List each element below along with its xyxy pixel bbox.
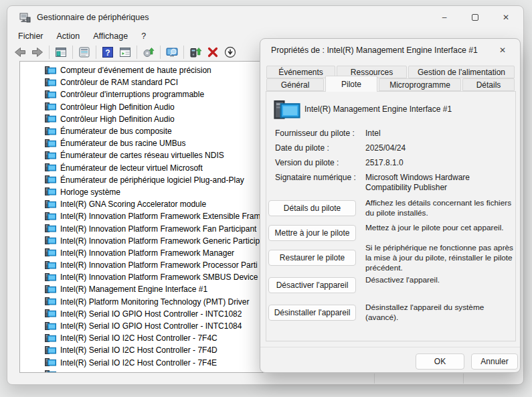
system-device-icon [45, 187, 56, 196]
menu-affichage[interactable]: Affichage [86, 31, 135, 41]
system-device-icon [45, 297, 56, 306]
show-console-tree-icon[interactable] [52, 44, 70, 60]
device-label: Intel(R) Serial IO GPIO Host Controller … [60, 321, 242, 331]
device-label: Contrôleur d'interruptions programmable [60, 90, 204, 99]
system-device-icon [45, 322, 56, 331]
tab-pilote[interactable]: Pilote [325, 76, 377, 92]
system-device-icon [45, 139, 56, 148]
system-device-icon [45, 175, 56, 184]
field-value: 2025/04/24 [365, 143, 516, 153]
device-label: Intel(R) Innovation Platform Framework M… [60, 248, 234, 258]
system-device-icon [45, 285, 56, 294]
system-device-icon [45, 358, 56, 367]
back-arrow-icon[interactable] [11, 44, 29, 60]
system-device-icon [45, 261, 56, 270]
dialog-close-icon[interactable]: ✕ [492, 41, 513, 60]
system-device-icon [45, 66, 56, 75]
update-driver-icon[interactable] [187, 44, 204, 60]
toolbar-separator [96, 46, 96, 59]
cancel-button[interactable]: Annuler [471, 353, 518, 370]
computer-search-icon[interactable] [163, 44, 181, 60]
footer-separator [260, 347, 520, 347]
toolbar: ? [11, 44, 239, 61]
system-device-icon [45, 224, 56, 233]
dialog-title-bar: Propriétés de : Intel(R) Management Engi… [260, 39, 520, 62]
disable-device-description: Désactivez l'appareil. [365, 275, 518, 285]
system-device-icon [45, 212, 56, 221]
device-label: Intel(R) Innovation Platform Framework F… [60, 224, 256, 234]
device-label: Compteur d'événement de haute précision [60, 66, 211, 75]
system-device-icon [45, 114, 56, 123]
toolbar-separator [49, 46, 50, 59]
close-button[interactable]: ✕ [491, 6, 521, 28]
device-label: Contrôleur High Definition Audio [60, 114, 175, 124]
field-value: Microsoft Windows Hardware Compatibility… [365, 173, 516, 193]
device-icon-large [274, 100, 300, 121]
maximize-button[interactable] [460, 6, 491, 28]
device-label: Intel(R) Innovation Platform Framework G… [60, 236, 260, 246]
toolbar-separator [137, 46, 137, 59]
device-label: Contrôleur High Definition Audio [60, 102, 175, 112]
system-device-icon [45, 370, 56, 373]
properties-dialog: Propriétés de : Intel(R) Management Engi… [260, 38, 521, 373]
scan-hardware-changes-icon[interactable] [140, 44, 157, 60]
device-label: Intel(R) Serial IO I2C Host Controller -… [60, 333, 217, 343]
device-label: Intel(R) Innovation Platform Framework E… [60, 212, 260, 221]
forward-arrow-icon[interactable] [29, 44, 46, 60]
tab-gestion-de-l-alimentation[interactable]: Gestion de l'alimentation [408, 66, 515, 78]
tab-d-tails[interactable]: Détails [462, 78, 515, 91]
uninstall-device-button[interactable]: Désinstaller l'appareil [268, 305, 356, 321]
menu-fichier[interactable]: Fichier [11, 31, 50, 41]
roll-back-driver-button[interactable]: Restaurer le pilote [268, 250, 356, 266]
system-device-icon [45, 334, 56, 343]
svg-text:?: ? [105, 48, 110, 58]
system-device-icon [45, 273, 56, 282]
system-device-icon [45, 346, 56, 355]
system-device-icon [45, 236, 56, 245]
device-label: Intel(R) Serial IO GPIO Host Controller … [60, 309, 242, 319]
update-driver-button[interactable]: Mettre à jour le pilote [268, 225, 356, 241]
system-device-icon [45, 127, 56, 136]
tab-g-n-ral[interactable]: Général [266, 78, 324, 91]
help-icon[interactable]: ? [99, 44, 116, 60]
system-device-icon [45, 248, 56, 257]
menu-?[interactable]: ? [135, 31, 153, 41]
system-device-icon [45, 90, 56, 99]
device-label: Intel(R) Serial IO I2C Host Controller -… [60, 345, 217, 355]
system-device-icon [45, 309, 56, 318]
field-value: Intel [365, 129, 516, 139]
desktop: Gestionnaire de périphériques – ✕ Fichie… [0, 0, 532, 397]
menu-action[interactable]: Action [50, 31, 87, 41]
device-manager-app-icon [19, 13, 31, 23]
toolbar-separator [72, 46, 73, 59]
device-label: Intel(R) Innovation Platform Framework P… [60, 260, 258, 270]
device-label: Intel(R) Serial IO I2C Host Controller -… [60, 358, 217, 368]
field-value: 2517.8.1.0 [365, 158, 516, 168]
driver-details-button[interactable]: Détails du pilote [268, 200, 356, 216]
disable-device-icon[interactable] [221, 44, 239, 60]
export-list-icon[interactable] [116, 44, 134, 60]
field-label: Date du pilote : [275, 143, 363, 153]
field-label: Signataire numérique : [275, 173, 363, 182]
menu-bar: FichierActionAffichage? [11, 30, 153, 42]
driver-details-description: Affichez les détails concernant les fich… [365, 198, 518, 218]
device-label: Énumérateur de bus racine UMBus [60, 139, 185, 148]
uninstall-device-icon[interactable] [204, 44, 221, 60]
disable-device-button[interactable]: Désactiver l'appareil [268, 277, 356, 293]
ok-button[interactable]: OK [416, 353, 464, 370]
roll-back-driver-description: Si le périphérique ne fonctionne pas apr… [365, 243, 518, 273]
minimize-button[interactable]: – [429, 6, 460, 28]
device-label: Intel(R) Innovation Platform Framework S… [60, 272, 258, 282]
properties-icon[interactable] [76, 44, 93, 60]
panel-edge-line [374, 374, 375, 384]
maximize-icon [472, 14, 478, 21]
uninstall-device-description: Désinstallez l'appareil du système (avan… [365, 303, 518, 323]
device-label: Contrôleur de RAM standard PCI [60, 78, 178, 87]
device-label: Intel(R) GNA Scoring Accelerator module [60, 200, 206, 209]
title-bar: Gestionnaire de périphériques – ✕ [7, 6, 523, 29]
toolbar-separator [183, 46, 184, 59]
system-device-icon [45, 200, 56, 209]
system-device-icon [45, 78, 56, 87]
toolbar-separator [160, 46, 161, 59]
tab-microprogramme[interactable]: Microprogramme [379, 78, 461, 91]
